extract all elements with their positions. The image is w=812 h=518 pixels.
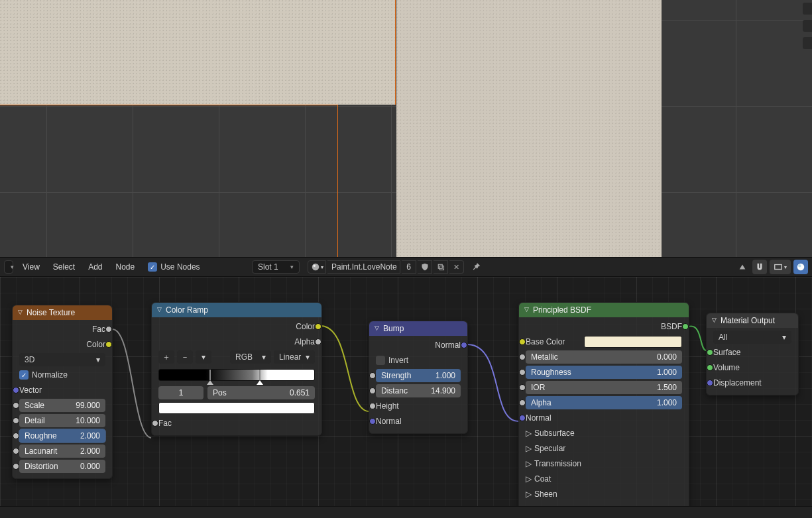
socket-distance[interactable] [369, 388, 376, 394]
socket-roughness[interactable] [519, 369, 526, 376]
roughness-field[interactable]: Roughness1.000 [526, 366, 682, 379]
section-sheen[interactable]: ▷Sheen [523, 488, 685, 501]
socket-color[interactable] [315, 323, 321, 330]
material-users[interactable]: 6 [402, 260, 416, 274]
ramp-color-swatch[interactable] [158, 402, 315, 414]
invert-checkbox[interactable]: Invert [376, 356, 408, 365]
use-nodes-label: Use Nodes [160, 262, 200, 272]
section-specular[interactable]: ▷Specular [523, 442, 685, 455]
overlay-dropdown[interactable]: ▾ [770, 260, 791, 274]
basecolor-swatch[interactable] [584, 336, 682, 348]
menu-select[interactable]: Select [46, 260, 82, 274]
socket-fac-in[interactable] [152, 420, 158, 427]
socket-roughness[interactable] [13, 433, 19, 439]
socket-vector[interactable] [13, 387, 19, 393]
node-title[interactable]: ▽Principled BSDF [519, 303, 689, 317]
node-title[interactable]: ▽Noise Texture [13, 305, 112, 320]
check-icon: ✓ [148, 262, 157, 272]
socket-color[interactable] [105, 341, 112, 348]
parent-tree-button[interactable] [735, 260, 750, 274]
socket-ior[interactable] [519, 384, 526, 391]
socket-volume[interactable] [707, 364, 713, 371]
ramp-gradient[interactable] [158, 369, 315, 381]
ramp-index-field[interactable]: 1 [158, 386, 203, 399]
input-fac: Fac [158, 419, 172, 428]
node-bump[interactable]: ▽Bump Normal Invert Strength1.000 Distan… [369, 321, 468, 434]
socket-normal-in[interactable] [369, 418, 376, 425]
snap-button[interactable] [752, 260, 767, 274]
socket-bsdf[interactable] [682, 323, 689, 330]
node-title[interactable]: ▽Bump [369, 321, 467, 336]
socket-normal[interactable] [519, 415, 526, 421]
node-color-ramp[interactable]: ▽Color Ramp Color Alpha ＋ － ▾ RGB▾ Linea… [151, 302, 322, 436]
target-dropdown[interactable]: All▾ [713, 331, 791, 344]
socket-alpha[interactable] [315, 338, 321, 345]
use-nodes-checkbox[interactable]: ✓ Use Nodes [144, 262, 203, 272]
input-normal: Normal [526, 413, 551, 423]
socket-alpha[interactable] [519, 399, 526, 406]
normalize-label: Normalize [32, 370, 68, 380]
ramp-handle-1[interactable] [257, 370, 263, 384]
material-name-field[interactable]: Paint.Int.LoveNote [327, 260, 400, 274]
material-new-button[interactable] [434, 260, 448, 274]
overlay-icon [774, 262, 783, 272]
scale-field[interactable]: Scale99.000 [19, 399, 105, 412]
menu-node[interactable]: Node [109, 260, 142, 274]
ramp-tools-dropdown[interactable]: ▾ [196, 350, 211, 364]
socket-strength[interactable] [369, 372, 376, 379]
section-coat[interactable]: ▷Coat [523, 472, 685, 486]
roughness-field[interactable]: Roughne2.000 [19, 429, 105, 442]
viewport-3d[interactable] [0, 0, 812, 257]
node-principled-bsdf[interactable]: ▽Principled BSDF BSDF Base Color Metalli… [518, 302, 689, 518]
ramp-interp-dropdown[interactable]: Linear▾ [274, 350, 315, 364]
viewport-gizmos[interactable] [803, 3, 812, 49]
normalize-checkbox[interactable]: ✓Normalize [19, 370, 68, 380]
socket-surface[interactable] [707, 349, 713, 356]
socket-distortion[interactable] [13, 463, 19, 470]
ramp-handle-0[interactable] [207, 370, 213, 384]
material-browse-button[interactable]: ▾ [308, 260, 326, 274]
socket-lacunarity[interactable] [13, 448, 19, 454]
socket-metallic[interactable] [519, 354, 526, 360]
socket-displacement[interactable] [707, 380, 713, 386]
distortion-field[interactable]: Distortion0.000 [19, 460, 105, 473]
lv: 2.000 [80, 446, 100, 456]
socket-fac[interactable] [105, 326, 112, 333]
material-fake-user-button[interactable] [418, 260, 432, 274]
ramp-add-button[interactable]: ＋ [158, 350, 174, 364]
alpha-field[interactable]: Alpha1.000 [526, 396, 682, 409]
pin-button[interactable] [469, 260, 484, 274]
ramp-pos-field[interactable]: Pos0.651 [207, 386, 315, 399]
gizmo-3[interactable] [803, 37, 812, 49]
metallic-field[interactable]: Metallic0.000 [526, 350, 682, 364]
socket-detail[interactable] [13, 417, 19, 424]
socket-scale[interactable] [13, 402, 19, 409]
detail-field[interactable]: Detail10.000 [19, 414, 105, 427]
material-unlink-button[interactable]: ✕ [449, 260, 464, 274]
brv: 1.000 [657, 368, 677, 377]
ior-field[interactable]: IOR1.500 [526, 381, 682, 394]
strength-field[interactable]: Strength1.000 [376, 369, 461, 382]
node-title[interactable]: ▽Color Ramp [152, 303, 321, 317]
menu-add[interactable]: Add [82, 260, 109, 274]
node-title[interactable]: ▽Material Output [707, 313, 798, 328]
ramp-mode-dropdown[interactable]: RGB▾ [230, 350, 271, 364]
dimensions-dropdown[interactable]: 3D▾ [19, 353, 105, 366]
gizmo-2[interactable] [803, 20, 812, 32]
distance-field[interactable]: Distanc14.900 [376, 384, 461, 397]
menu-view[interactable]: View [16, 260, 46, 274]
section-transmission[interactable]: ▷Transmission [523, 457, 685, 470]
gizmo-1[interactable] [803, 3, 812, 15]
socket-basecolor[interactable] [519, 338, 526, 345]
section-subsurface[interactable]: ▷Subsurface [523, 427, 685, 440]
node-material-output[interactable]: ▽Material Output All▾ Surface Volume Dis… [706, 313, 799, 395]
socket-height[interactable] [369, 403, 376, 409]
lacunarity-field[interactable]: Lacunarit2.000 [19, 444, 105, 458]
shading-button[interactable] [793, 260, 808, 274]
sec-l: Coat [534, 474, 551, 484]
socket-normal-out[interactable] [461, 342, 467, 348]
node-noise-texture[interactable]: ▽Noise Texture Fac Color 3D▾ ✓Normalize … [12, 305, 113, 479]
editor-type-dropdown[interactable]: ▾ [4, 260, 13, 274]
slot-dropdown[interactable]: Slot 1▾ [252, 260, 300, 274]
ramp-remove-button[interactable]: － [177, 350, 193, 364]
